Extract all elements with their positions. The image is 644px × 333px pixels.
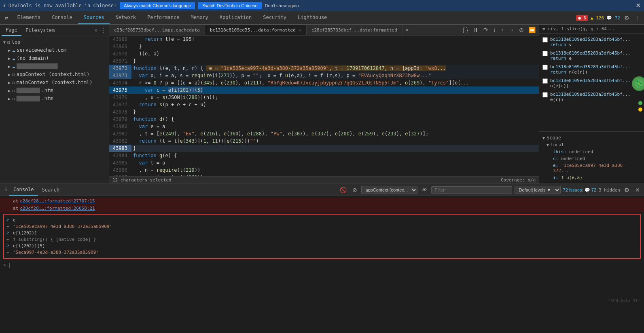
line-number: 43983 [109,145,131,152]
tree-item-servicewechat[interactable]: ▶ ☁ servicewechat.com [0,46,109,54]
line-number: 43984 [109,152,131,159]
bp-checkbox-2[interactable] [542,51,548,56]
console-tab-console[interactable]: Console [9,184,38,196]
step-out-icon[interactable]: ↑ [499,26,505,34]
scope-key-this: this: [553,149,569,154]
scope-header[interactable]: ▼ Scope [542,134,641,141]
nav-back-icon[interactable]: ⇄ [2,12,11,23]
tree-item-nodomain[interactable]: ▶ ☁ (no domain) [0,54,109,62]
tree-item-appcontext[interactable]: ▶ ☐ appContext (context.html) [0,70,109,78]
info-icon: ℹ [3,3,5,8]
show-dom-icon[interactable]: 👁 [420,186,429,194]
dont-show-button[interactable]: Don't show again [265,3,299,8]
tree-label-appcontext: appContext (context.html) [17,72,90,77]
error-link-2[interactable]: c28cf28……:formatted:26058:21 [20,206,95,211]
level-selector[interactable]: Default levels ▼ [515,186,561,194]
tab-network[interactable]: Network [110,11,142,24]
line-code: return (t = t[e(343)](1, 11))[e(215)](""… [131,137,539,145]
format-icon[interactable]: { } [461,26,470,34]
tab-lighthouse[interactable]: Lighthouse [292,11,333,24]
console-clear-icon[interactable]: 🚫 [338,186,348,194]
code-line-43984: 43984 function g(e) { [109,152,539,159]
tab-filesystem[interactable]: Filesystem [21,25,59,36]
code-content[interactable]: 43968 return t[e = 195] 43969 } 43970 )(… [109,36,539,176]
settings-icon[interactable]: ⚙ [623,14,631,22]
tree-label-blurred2: ████████ [17,88,40,93]
panel-menu-icon[interactable]: ⋮ [99,26,107,35]
code-tabs-more-icon[interactable]: » [402,25,412,35]
repl-line-ei5-in: > e[i(202)](5) [6,243,638,249]
bp-checkbox-5[interactable] [542,92,548,97]
bp-checkbox-1[interactable] [542,37,548,42]
step-icon[interactable]: → [507,26,516,34]
more-options-icon[interactable]: ⋮ [633,14,642,22]
console-tab-search[interactable]: Search [38,185,64,195]
right-panel: = r(v, 1.slice(g, g + 64... bc1318e8109e… [539,25,644,183]
infobar-close-button[interactable]: ✕ [636,2,641,9]
context-selector[interactable]: appContext (contex... [361,186,417,194]
code-tab-2[interactable]: bc1318e8109ed35...data:formatted ✕ [205,25,307,35]
bp-code-5: e(r)) [550,97,631,102]
tab-application[interactable]: Application [214,11,257,24]
line-code: function g(e) { [131,152,539,159]
code-tab-2-label: bc1318e8109ed35...data:formatted [210,27,296,33]
breakpoints-list: bc1318e8109ed35283a3dfb45bf... return v … [539,34,644,132]
pause-icon[interactable]: ⏸ [471,26,480,34]
line-code: } [131,108,539,116]
error-link-1[interactable]: c28cf28……:formatted:27767:15 [20,198,95,204]
tab-elements[interactable]: Elements [11,11,46,24]
deactivate-breakpoints-icon[interactable]: ⊘ [517,26,525,34]
code-tab-3[interactable]: c28cf285733dbcf...data:formatted [307,25,402,35]
code-line-43973: 43973 var o, i = a, s = require(i(273)),… [109,72,539,79]
issues-button[interactable]: 72 Issues: 💬 72 [563,188,597,193]
step-over-icon[interactable]: ↷ [482,26,490,34]
filter-input[interactable] [431,186,512,194]
tab-page[interactable]: Page [2,25,21,36]
tree-item-blurred1[interactable]: ▶ ☁ ██████████████ [0,62,109,70]
tree-item-maincontext[interactable]: ▶ ☐ mainContext (context.html) [0,78,109,86]
match-language-button[interactable]: Always match Chrome's language [120,2,195,9]
tab-console[interactable]: Console [46,11,78,24]
close-tab-icon[interactable]: ✕ [299,28,301,32]
panel-more-icon[interactable]: » [95,27,97,33]
drag-handle-icon[interactable]: ⠿ [2,185,9,194]
console-tab-bar: ⠿ Console Search 🚫 ⊘ appContext (contex.… [0,184,644,196]
bp-checkbox-4[interactable] [542,78,548,84]
bp-checkbox-3[interactable] [542,65,548,70]
console-pause-icon[interactable]: ⊘ [351,186,359,194]
line-number: 43979 [109,116,131,123]
tab-performance[interactable]: Performance [142,11,185,24]
main-tab-bar: ⇄ Elements Console Sources Network Perfo… [0,11,644,25]
scope-key-i: i: [553,175,561,180]
right-indicators [638,101,642,112]
console-error-link-2: at c28cf28……:formatted:26058:21 [0,205,644,212]
tab-security[interactable]: Security [257,11,292,24]
tree-label-top: top [12,39,21,45]
pause-on-exceptions-icon[interactable]: ⏩ [527,26,537,34]
console-input-line[interactable]: > | [0,261,644,270]
switch-devtools-button[interactable]: Switch DevTools to Chinese [198,2,261,9]
folder-icon: ☐ [12,80,15,85]
tree-item-blurred3[interactable]: ▶ ☐ ████████ .htm [0,95,109,103]
line-number: 43980 [109,123,131,130]
indicator-green [638,101,642,105]
repl-line-e-in: > e [6,217,638,223]
folder-icon: ☐ [12,72,15,77]
local-scope-header[interactable]: ▼ Local [547,141,641,148]
tab-sources[interactable]: Sources [78,11,110,24]
console-settings-icon[interactable]: ⚙ [623,186,631,194]
step-into-icon[interactable]: ↓ [491,26,498,34]
repl-arrow-out-1: ← [6,224,11,228]
line-code: , r = (require(t(261)), [131,174,539,176]
code-tab-1[interactable]: c28cf285733dbcf...Lmpz.cachedata [109,25,205,35]
console-close-icon[interactable]: ✕ [633,186,642,194]
line-code: return s(p + e + c + u) [131,101,539,108]
console-error-link-1: at c28cf28……:formatted:27767:15 [0,198,644,205]
console-output[interactable]: at c28cf28……:formatted:27767:15 at c28cf… [0,196,644,305]
tree-item-blurred2[interactable]: ▶ ☐ ████████ .htm [0,86,109,95]
line-code: } [131,145,539,152]
tree-item-top[interactable]: ▼ ☐ top [0,38,109,46]
line-code: var o, i = a, s = require(i(273)), p = "… [131,72,539,79]
tab-memory[interactable]: Memory [185,11,214,24]
folder-icon: ☐ [7,40,10,45]
